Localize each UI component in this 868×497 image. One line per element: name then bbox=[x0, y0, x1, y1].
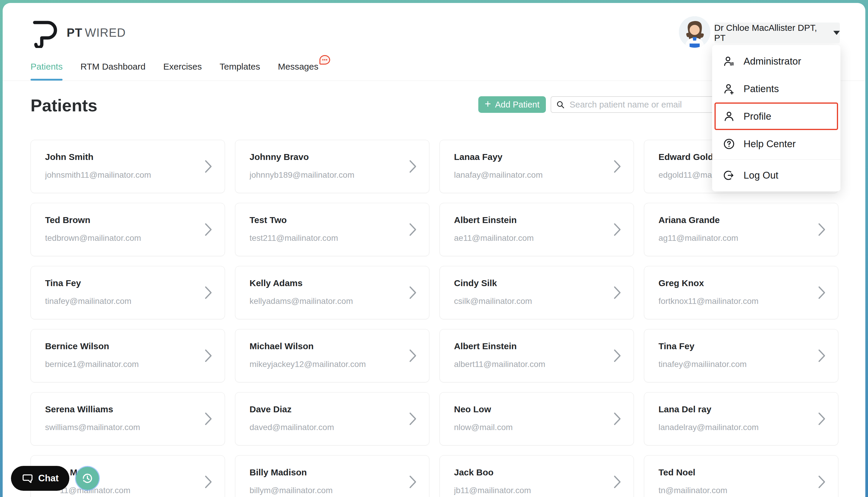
patient-email: tinafey@mailinator.com bbox=[45, 297, 198, 306]
chevron-down-icon bbox=[833, 31, 840, 35]
add-patient-button[interactable]: + Add Patient bbox=[478, 96, 546, 113]
plus-icon: + bbox=[485, 99, 491, 109]
clock-history-icon bbox=[81, 472, 94, 485]
tab-messages-label: Messages bbox=[278, 61, 319, 71]
user-plus-icon bbox=[723, 83, 735, 95]
logout-icon bbox=[723, 169, 735, 182]
patient-card[interactable]: Jack Boo jb11@mailinator.com bbox=[439, 455, 634, 497]
patient-card[interactable]: Dave Diaz daved@mailinator.com bbox=[235, 392, 430, 445]
menu-item-label: Patients bbox=[743, 83, 779, 95]
patient-name: Michael Wilson bbox=[250, 341, 403, 351]
logo-text: PTWIRED bbox=[67, 26, 126, 39]
chevron-right-icon bbox=[205, 475, 212, 489]
patient-card[interactable]: Albert Einstein ae11@mailinator.com bbox=[439, 203, 634, 256]
patient-card[interactable]: Cindy Silk csilk@mailinator.com bbox=[439, 266, 634, 319]
patient-name: Dave Diaz bbox=[250, 404, 403, 414]
chevron-right-icon bbox=[205, 349, 212, 363]
patient-name: Bernice Wilson bbox=[45, 341, 198, 351]
patient-name: Lana Del ray bbox=[658, 404, 811, 414]
chevron-right-icon bbox=[205, 286, 212, 299]
chevron-right-icon bbox=[613, 160, 621, 173]
patient-card[interactable]: Albert Einstein albert11@mailinator.com bbox=[439, 329, 634, 382]
chevron-right-icon bbox=[613, 475, 621, 489]
patient-email: ae11@mailinator.com bbox=[454, 233, 607, 243]
patient-email: ag11@mailinator.com bbox=[658, 233, 811, 243]
patient-card[interactable]: Michael Wilson mikeyjackey12@mailinator.… bbox=[235, 329, 430, 382]
user-avatar[interactable] bbox=[679, 16, 710, 48]
chevron-right-icon bbox=[409, 223, 417, 236]
tab-messages[interactable]: Messages ••• bbox=[278, 61, 319, 80]
menu-item-profile[interactable]: Profile bbox=[714, 102, 838, 130]
tab-templates[interactable]: Templates bbox=[220, 61, 260, 80]
menu-item-help-center[interactable]: Help Center bbox=[712, 130, 840, 158]
patient-email: kellyadams@mailinator.com bbox=[250, 297, 403, 306]
patient-card[interactable]: Lana Del ray lanadelray@mailinator.com bbox=[644, 392, 838, 445]
chat-button-label: Chat bbox=[38, 473, 59, 484]
patient-card[interactable]: Ariana Grande ag11@mailinator.com bbox=[644, 203, 838, 256]
patient-card[interactable]: Neo Low nlow@mail.com bbox=[439, 392, 634, 445]
patient-name: Lanaa Fayy bbox=[454, 152, 607, 162]
patient-card[interactable]: Test Two test211@mailinator.com bbox=[235, 203, 430, 256]
patient-email: csilk@mailinator.com bbox=[454, 297, 607, 306]
patient-card[interactable]: Ted Brown tedbrown@mailinator.com bbox=[30, 203, 225, 256]
patient-name: John Smith bbox=[45, 152, 198, 162]
patient-card[interactable]: Tina Fey tinafey@mailiinator.com bbox=[644, 329, 838, 382]
patient-card[interactable]: Johnny Bravo johnnyb189@mailinator.com bbox=[235, 140, 430, 193]
patient-email: johnnyb189@mailinator.com bbox=[250, 170, 403, 180]
chevron-right-icon bbox=[409, 412, 417, 426]
patient-name: Tina Fey bbox=[45, 278, 198, 288]
page-title: Patients bbox=[30, 95, 98, 115]
patient-name: Albert Einstein bbox=[454, 341, 607, 351]
chevron-right-icon bbox=[818, 412, 826, 426]
tab-patients[interactable]: Patients bbox=[30, 61, 62, 80]
patient-card[interactable]: Lanaa Fayy lanafay@mailinator.com bbox=[439, 140, 634, 193]
tab-exercises[interactable]: Exercises bbox=[163, 61, 202, 80]
patient-grid: John Smith johnsmith11@mailinator.com Jo… bbox=[30, 140, 838, 497]
user-dropdown-menu: Administrator Patients Profile Help Cent… bbox=[712, 45, 840, 191]
chevron-right-icon bbox=[818, 475, 826, 489]
chevron-right-icon bbox=[409, 286, 417, 299]
chevron-right-icon bbox=[613, 412, 621, 426]
chevron-right-icon bbox=[818, 223, 826, 236]
help-circle-icon bbox=[723, 138, 735, 150]
logo-text-light: WIRED bbox=[85, 26, 126, 39]
chevron-right-icon bbox=[205, 223, 212, 236]
add-patient-label: Add Patient bbox=[495, 100, 540, 110]
menu-item-label: Log Out bbox=[743, 170, 778, 181]
patient-card[interactable]: John Smith johnsmith11@mailinator.com bbox=[30, 140, 225, 193]
user-icon bbox=[723, 110, 735, 123]
patient-name: Kelly Adams bbox=[250, 278, 403, 288]
patient-card[interactable]: Billy Madison billym@mailinator.com bbox=[235, 455, 430, 497]
patient-email: billym@mailinator.com bbox=[250, 486, 403, 495]
main-nav-tabs: Patients RTM Dashboard Exercises Templat… bbox=[30, 61, 318, 80]
chat-button[interactable]: Chat bbox=[11, 466, 69, 491]
chevron-right-icon bbox=[205, 160, 212, 173]
patient-name: Jack Boo bbox=[454, 467, 607, 478]
menu-item-label: Administrator bbox=[743, 56, 801, 67]
chevron-right-icon bbox=[409, 349, 417, 363]
patient-card[interactable]: Ted Noel tn@mailinator.com bbox=[644, 455, 838, 497]
patient-card[interactable]: Bernice Wilson bernice1@mailinator.com bbox=[30, 329, 225, 382]
chevron-right-icon bbox=[818, 349, 826, 363]
pt-wired-logo-icon bbox=[30, 17, 59, 48]
patient-card[interactable]: Serena Williams swilliams@mailinator.com bbox=[30, 392, 225, 445]
patient-card[interactable]: Kelly Adams kellyadams@mailinator.com bbox=[235, 266, 430, 319]
history-button[interactable] bbox=[76, 467, 99, 490]
menu-item-log-out[interactable]: Log Out bbox=[712, 161, 840, 189]
pt-wired-logo: PTWIRED bbox=[30, 17, 126, 48]
menu-divider bbox=[712, 159, 840, 160]
patient-name: Tina Fey bbox=[658, 341, 811, 351]
tab-rtm-dashboard[interactable]: RTM Dashboard bbox=[80, 61, 145, 80]
patient-card[interactable]: Greg Knox fortknox11@mailinator.com bbox=[644, 266, 838, 319]
patient-card[interactable]: Tina Fey tinafey@mailinator.com bbox=[30, 266, 225, 319]
chevron-right-icon bbox=[205, 412, 212, 426]
user-menu-trigger[interactable]: Dr Chloe MacAllister DPT, PT bbox=[714, 23, 840, 43]
menu-item-label: Profile bbox=[743, 111, 771, 122]
patient-email: nlow@mail.com bbox=[454, 423, 607, 432]
patient-name: Johnny Bravo bbox=[250, 152, 403, 162]
menu-item-patients[interactable]: Patients bbox=[712, 75, 840, 102]
patient-email: tedbrown@mailinator.com bbox=[45, 233, 198, 243]
menu-item-administrator[interactable]: Administrator bbox=[712, 47, 840, 75]
patient-email: johnsmith11@mailinator.com bbox=[45, 170, 198, 180]
patient-name: Cindy Silk bbox=[454, 278, 607, 288]
